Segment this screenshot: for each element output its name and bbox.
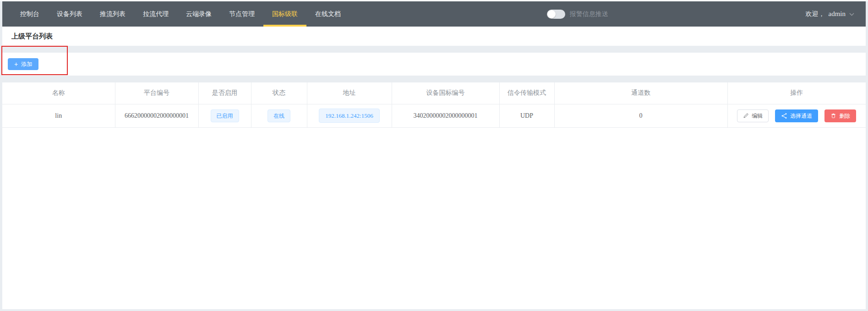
trash-icon bbox=[830, 113, 836, 119]
platform-table: 名称 平台编号 是否启用 状态 地址 设备国标编号 信令传输模式 通道数 操作 … bbox=[2, 82, 866, 128]
page-title: 上级平台列表 bbox=[11, 32, 53, 41]
col-header-enabled: 是否启用 bbox=[198, 82, 251, 104]
delete-button[interactable]: 删除 bbox=[824, 109, 856, 122]
col-header-status: 状态 bbox=[251, 82, 307, 104]
nav-tab-push-stream-list[interactable]: 推流列表 bbox=[91, 1, 134, 27]
nav-tab-gb-cascade[interactable]: 国标级联 bbox=[263, 1, 306, 27]
username: admin bbox=[829, 10, 846, 18]
col-header-signal-mode: 信令传输模式 bbox=[499, 82, 554, 104]
status-badge: 在线 bbox=[267, 109, 290, 122]
col-header-actions: 操作 bbox=[727, 82, 866, 104]
edit-button[interactable]: 编辑 bbox=[737, 109, 769, 122]
alarm-push-toggle-label: 报警信息推送 bbox=[570, 10, 608, 18]
col-header-platform-id: 平台编号 bbox=[115, 82, 198, 104]
share-icon bbox=[781, 113, 787, 119]
cell-actions: 编辑 选择通道 bbox=[727, 104, 866, 127]
alarm-push-toggle-group: 报警信息推送 bbox=[547, 1, 608, 27]
divider bbox=[2, 46, 866, 53]
select-channel-button[interactable]: 选择通道 bbox=[775, 109, 818, 122]
nav-tab-node-management[interactable]: 节点管理 bbox=[220, 1, 263, 27]
cell-name: lin bbox=[2, 104, 115, 127]
pencil-icon bbox=[743, 113, 749, 119]
app-root: 控制台 设备列表 推流列表 拉流代理 云端录像 节点管理 国标级联 在线文档 报… bbox=[0, 0, 868, 311]
add-button[interactable]: + 添加 bbox=[8, 58, 38, 70]
cell-enabled: 已启用 bbox=[198, 104, 251, 127]
nav-tab-cloud-recording[interactable]: 云端录像 bbox=[177, 1, 220, 27]
nav-tab-online-docs[interactable]: 在线文档 bbox=[306, 1, 349, 27]
address-badge: 192.168.1.242:1506 bbox=[319, 109, 379, 123]
toolbar: + 添加 bbox=[2, 53, 866, 76]
cell-signal-mode: UDP bbox=[499, 104, 554, 127]
col-header-device-gb-id: 设备国标编号 bbox=[392, 82, 499, 104]
nav-tabs: 控制台 设备列表 推流列表 拉流代理 云端录像 节点管理 国标级联 在线文档 bbox=[11, 1, 349, 27]
nav-tab-pull-proxy[interactable]: 拉流代理 bbox=[134, 1, 177, 27]
welcome-text: 欢迎， bbox=[806, 10, 825, 18]
enabled-badge: 已启用 bbox=[211, 109, 239, 122]
add-button-label: 添加 bbox=[21, 60, 32, 68]
cell-platform-id: 66620000002000000001 bbox=[115, 104, 198, 127]
cell-status: 在线 bbox=[251, 104, 307, 127]
top-navbar: 控制台 设备列表 推流列表 拉流代理 云端录像 节点管理 国标级联 在线文档 报… bbox=[2, 1, 866, 27]
edit-button-label: 编辑 bbox=[752, 113, 763, 119]
col-header-name: 名称 bbox=[2, 82, 115, 104]
cell-address: 192.168.1.242:1506 bbox=[307, 104, 392, 127]
page-header: 上级平台列表 bbox=[2, 27, 866, 46]
toggle-knob bbox=[547, 10, 556, 18]
divider bbox=[2, 76, 866, 82]
nav-tab-device-list[interactable]: 设备列表 bbox=[48, 1, 91, 27]
delete-button-label: 删除 bbox=[839, 113, 850, 119]
table-header-row: 名称 平台编号 是否启用 状态 地址 设备国标编号 信令传输模式 通道数 操作 bbox=[2, 82, 866, 104]
alarm-push-toggle[interactable] bbox=[547, 10, 565, 19]
col-header-address: 地址 bbox=[307, 82, 392, 104]
col-header-channel-count: 通道数 bbox=[554, 82, 727, 104]
table-row: lin 66620000002000000001 已启用 在线 192.168.… bbox=[2, 104, 866, 127]
user-menu[interactable]: 欢迎，admin bbox=[806, 1, 855, 27]
nav-tab-console[interactable]: 控制台 bbox=[11, 1, 48, 27]
chevron-down-icon bbox=[849, 13, 854, 16]
cell-channel-count: 0 bbox=[554, 104, 727, 127]
platform-table-panel: 名称 平台编号 是否启用 状态 地址 设备国标编号 信令传输模式 通道数 操作 … bbox=[2, 82, 866, 309]
plus-icon: + bbox=[14, 61, 18, 67]
cell-device-gb-id: 34020000002000000001 bbox=[392, 104, 499, 127]
select-channel-button-label: 选择通道 bbox=[790, 113, 812, 119]
